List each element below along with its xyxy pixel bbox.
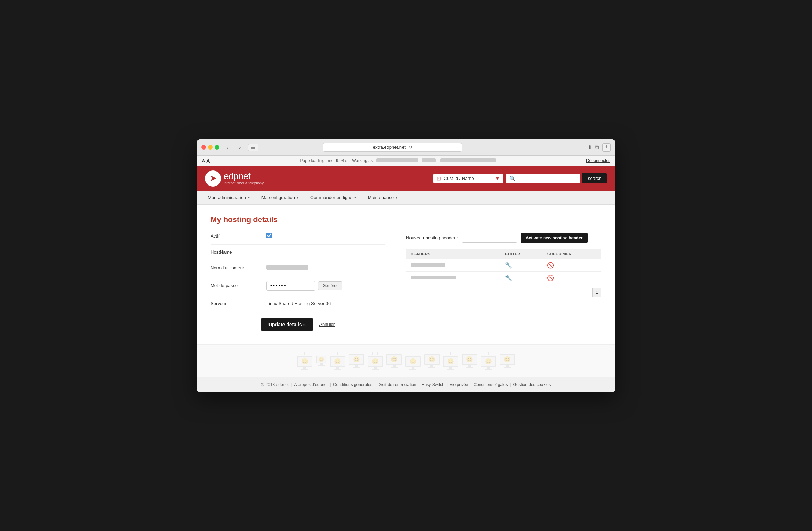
username-value	[266, 265, 385, 271]
forward-button[interactable]: ›	[235, 143, 244, 152]
logo-icon: ➤	[205, 170, 221, 187]
footer-link-1[interactable]: Conditions générales	[333, 382, 372, 387]
close-button[interactable]	[201, 145, 206, 150]
user-name-blurred	[376, 158, 418, 162]
new-tab-button[interactable]: +	[602, 143, 611, 152]
disconnect-link[interactable]: Déconnecter	[586, 158, 610, 163]
router-icon: 😊	[424, 354, 440, 368]
password-input[interactable]	[266, 281, 315, 291]
footer-link-0[interactable]: A propos d'edpnet	[294, 382, 327, 387]
server-text: Linux Shared Hosting Server 06	[266, 301, 331, 306]
edit-cell-2: 🔧	[501, 271, 543, 284]
footer-sep-3: |	[419, 382, 420, 387]
actif-value	[266, 233, 385, 239]
back-button[interactable]: ‹	[223, 143, 232, 152]
filter-select[interactable]: ⊡ Cust Id / Name ▼	[433, 174, 503, 183]
actif-checkbox[interactable]	[266, 233, 272, 238]
footer-link-6[interactable]: Gestion des cookies	[513, 382, 551, 387]
form-actions: Update details » Annuler	[211, 318, 385, 331]
copy-button[interactable]: ⧉	[595, 144, 599, 151]
delete-icon-2[interactable]: 🚫	[547, 275, 554, 281]
nav-item-administration[interactable]: Mon administration ▾	[202, 191, 255, 204]
cancel-link[interactable]: Annuler	[319, 322, 335, 327]
footer-decoration: 😊 😊 😊 😊 😊 😊	[197, 344, 615, 377]
form-section: Actif HostName Nom d'utilisateur Mo	[211, 233, 601, 331]
nav-item-commander[interactable]: Commander en ligne ▾	[305, 191, 362, 204]
nav-item-configuration[interactable]: Ma configuration ▾	[256, 191, 304, 204]
hostname-label: HostName	[211, 249, 266, 255]
generate-button[interactable]: Générer	[318, 281, 342, 290]
edit-cell-1: 🔧	[501, 259, 543, 271]
footer-copyright: © 2018 edpnet	[261, 382, 289, 387]
router-icon: 😊	[443, 352, 458, 370]
fullscreen-button[interactable]	[215, 145, 219, 150]
col-supprimer: SUPPRIMER	[543, 249, 601, 259]
search-input[interactable]	[517, 176, 576, 181]
delete-icon-1[interactable]: 🚫	[547, 262, 554, 268]
col-headers: HEADERS	[406, 249, 501, 259]
logo-bold: edp	[224, 171, 238, 181]
update-button[interactable]: Update details »	[261, 318, 313, 331]
logo-light: net	[238, 171, 251, 181]
footer-link-easy-switch[interactable]: Easy Switch	[422, 382, 444, 387]
footer-sep-0: |	[291, 382, 292, 387]
reload-button[interactable]: ↻	[408, 145, 412, 150]
font-large-btn[interactable]: A	[206, 158, 210, 164]
delete-cell-2: 🚫	[543, 271, 601, 284]
serveur-label: Serveur	[211, 301, 266, 306]
footer-link-4[interactable]: Vie privée	[450, 382, 468, 387]
new-header-row: Nouveau hosting header : Activate new ho…	[406, 233, 601, 243]
header-blurred-1	[411, 263, 445, 267]
browser-titlebar: ‹ › extra.edpnet.net ↻ ⬆ ⧉ +	[197, 139, 615, 156]
url-bar[interactable]: extra.edpnet.net ↻	[323, 143, 462, 152]
activate-button[interactable]: Activate new hosting header	[521, 233, 588, 243]
delete-cell-1: 🚫	[543, 259, 601, 271]
nav-arrow-2: ▾	[354, 196, 356, 199]
site-header: ➤ edpnet internet, fiber & telephony ⊡ C…	[197, 166, 615, 191]
sidebar-toggle[interactable]	[248, 144, 258, 151]
header-search: ⊡ Cust Id / Name ▼ 🔍 search	[433, 173, 607, 183]
router-icon: 😊	[330, 352, 345, 370]
table-row: 🔧 🚫	[406, 259, 601, 271]
page-number-1[interactable]: 1	[592, 288, 601, 297]
admin-bar: A A Page loading time: 9.93 s Working as…	[197, 156, 615, 166]
share-button[interactable]: ⬆	[588, 144, 592, 151]
header-value-1	[406, 259, 501, 271]
page-title: My hosting details	[211, 215, 601, 224]
footer-sep-2: |	[375, 382, 376, 387]
nav-arrow-3: ▾	[396, 196, 397, 199]
font-small-btn[interactable]: A	[202, 159, 205, 163]
router-icon: 😊	[368, 352, 383, 370]
router-icon: 😊	[297, 352, 312, 370]
router-icon: 😊	[386, 354, 402, 368]
footer-sep-4: |	[446, 382, 448, 387]
form-row-hostname: HostName	[211, 249, 385, 260]
edit-icon-2[interactable]: 🔧	[505, 275, 512, 281]
minimize-button[interactable]	[208, 145, 213, 150]
edit-icon-1[interactable]: 🔧	[505, 262, 512, 268]
logo-text-area: edpnet internet, fiber & telephony	[224, 172, 264, 185]
new-header-input[interactable]	[462, 233, 517, 243]
search-button[interactable]: search	[582, 173, 607, 183]
traffic-lights	[201, 145, 219, 150]
admin-bar-info: Page loading time: 9.93 s Working as	[217, 158, 579, 163]
filter-text: Cust Id / Name	[444, 176, 493, 181]
router-icon: 😊	[405, 352, 421, 370]
password-label: Mot de passe	[211, 283, 266, 288]
main-content: My hosting details Actif HostName Nom d'…	[197, 205, 615, 344]
right-panel: Nouveau hosting header : Activate new ho…	[406, 233, 601, 297]
search-box: 🔍	[506, 174, 580, 183]
nav-item-maintenance[interactable]: Maintenance ▾	[362, 191, 403, 204]
footer-sep-1: |	[330, 382, 331, 387]
left-form: Actif HostName Nom d'utilisateur Mo	[211, 233, 385, 331]
browser-actions: ⬆ ⧉	[588, 144, 599, 151]
footer-link-5[interactable]: Conditions légales	[473, 382, 508, 387]
logo-area[interactable]: ➤ edpnet internet, fiber & telephony	[205, 170, 264, 187]
footer-sep-5: |	[470, 382, 471, 387]
footer-link-2[interactable]: Droit de renonciation	[378, 382, 416, 387]
main-nav: Mon administration ▾ Ma configuration ▾ …	[197, 191, 615, 205]
form-row-serveur: Serveur Linux Shared Hosting Server 06	[211, 301, 385, 311]
form-row-actif: Actif	[211, 233, 385, 245]
filter-dropdown-arrow: ▼	[495, 176, 500, 181]
logo-tagline: internet, fiber & telephony	[224, 181, 264, 185]
